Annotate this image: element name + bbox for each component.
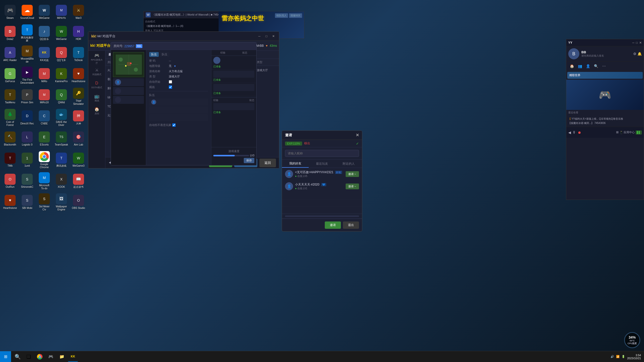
desktop-icon-coin-forest[interactable]: 🌲 Coin of Forest <box>2 108 18 128</box>
desktop-icon-google-chrome[interactable]: Google Chrome <box>36 150 52 170</box>
taskbar-explorer[interactable]: 📁 <box>57 352 67 362</box>
yy-nav-search[interactable]: 🔍 <box>592 63 599 70</box>
desktop-icon-geforce[interactable]: G GeForce <box>2 65 18 85</box>
invite-friend-1-btn[interactable]: 邀请→ <box>346 171 359 177</box>
yy-previous-icon[interactable]: ◀ <box>568 130 571 134</box>
tab-nearby-people[interactable]: 附近的人 <box>335 160 362 168</box>
friend-item-2[interactable]: 👤 小天天天天·#2020 💙 ● 在线 LV1 邀请→ <box>282 180 362 193</box>
wow-btn-2[interactable]: 国服转区 <box>289 13 302 18</box>
yy-bell-icon[interactable]: 🔔 <box>637 52 642 56</box>
modal-close-btn[interactable]: ✕ <box>356 133 359 138</box>
save-settings-button[interactable]: 保存 <box>244 158 254 163</box>
desktop-icon-kk[interactable]: KK KK对战 <box>36 44 52 64</box>
taskbar-taskview[interactable]: ❑ <box>24 352 34 362</box>
taskbar-kk[interactable]: KK <box>68 352 78 362</box>
level-toggle[interactable]: ▼ <box>174 65 176 68</box>
yy-app-center[interactable]: 📱 应用中心 <box>620 130 635 134</box>
wow-btn-1[interactable]: 组队找人 <box>275 13 288 18</box>
desktop-icon-thief[interactable]: 🔑 Thief Simulator <box>70 86 87 107</box>
kk-minimize-btn[interactable]: ─ <box>257 34 262 39</box>
desktop-icon-wegame[interactable]: W WeGame <box>36 2 52 22</box>
desktop-icon-wegame2[interactable]: W WeGame <box>53 23 69 43</box>
desktop-icon-outrun[interactable]: O OutRun <box>2 171 18 191</box>
desktop-icon-qqspeed[interactable]: Q QQ飞车 <box>53 44 69 64</box>
desktop-icon-tencent-games[interactable]: T 腾讯游戏 <box>53 150 69 170</box>
yy-nav-more[interactable]: ⋯ <box>600 63 608 70</box>
ghost-checkbox[interactable] <box>169 85 172 89</box>
tray-icon-3[interactable]: 🔋 <box>622 355 625 358</box>
desktop-icon-mihayo[interactable]: M MiHoYo <box>53 2 69 22</box>
exit-modal-button[interactable]: 退出 <box>343 221 359 229</box>
kk-restore-btn[interactable]: □ <box>264 34 269 39</box>
desktop-icon-hearthstone2[interactable]: ♥ Hearthstone <box>2 192 18 212</box>
desktop-icon-hearthstone[interactable]: ♥ Hearthstone <box>70 65 87 85</box>
desktop-icon-1unit[interactable]: 1 1unit <box>19 150 35 170</box>
sidebar-item-rpg[interactable]: 🎮 RPG游戏大厅 <box>91 53 103 65</box>
desktop-icon-kaminepro[interactable]: K KaminePro <box>53 65 69 85</box>
taskbar-chrome[interactable] <box>35 352 45 362</box>
yy-apps-icon[interactable]: ⊞ <box>616 130 619 134</box>
desktop-icon-civilization[interactable]: S Sid Meier Civ <box>36 192 52 212</box>
yy-nav-friends[interactable]: 👥 <box>576 63 583 70</box>
desktop-icon-logistic[interactable]: L Logistic 0 <box>19 129 35 149</box>
desktop-icon-pcmgr[interactable]: T 腾讯电脑管家 <box>19 23 35 43</box>
desktop-icon-hdr[interactable]: H HDR <box>70 23 87 43</box>
taskbar-search[interactable]: 🔍 <box>13 352 23 362</box>
desktop-icon-qwild[interactable]: Q QWild <box>53 86 69 107</box>
taskbar-steam[interactable]: 🎮 <box>46 352 56 362</box>
friend-item-1[interactable]: 👤 <无可匹敌>HAPPYVV#2321 好友 ● 在线 LV5 邀请→ <box>282 168 362 180</box>
team-tab-2[interactable]: 队伍 <box>160 52 169 57</box>
desktop-icon-mouse[interactable]: M Mouse&Blade <box>19 44 35 64</box>
tab-recent-friends[interactable]: 最近玩友 <box>309 160 335 168</box>
desktop-icon-first-descendant[interactable]: ▶ The First Descendant <box>19 65 35 85</box>
speed-bar[interactable] <box>213 155 249 156</box>
yy-nav-home[interactable]: 🏠 <box>568 63 575 70</box>
team-tab-1[interactable]: 队伍 <box>149 52 159 57</box>
desktop-icon-soundcloud[interactable]: ☁ SoundCloud <box>19 2 35 22</box>
yy-min-btn[interactable]: ─ <box>632 41 634 44</box>
desktop-icon-ms-todo[interactable]: M Microsoft To-do <box>36 171 52 191</box>
sidebar-item-dota[interactable]: D DOTA模式 <box>91 79 103 91</box>
tray-icon-1[interactable]: 🔊 <box>611 355 614 358</box>
sidebar-item-battle[interactable]: ⚔ 对战模式 <box>91 66 103 78</box>
sidebar-item-room[interactable]: 🏠 房间 <box>91 105 103 117</box>
sidebar-item-spectate[interactable]: 📺 观战 <box>91 92 103 104</box>
yy-close-btn[interactable]: ✕ <box>639 41 642 44</box>
desktop-icon-steam[interactable]: 🎮 Steam <box>2 2 18 22</box>
confirm-invite-button[interactable]: 邀请 <box>325 221 341 229</box>
desktop-icon-prison[interactable]: P Prison Sim <box>19 86 35 107</box>
desktop-icon-escorts[interactable]: E EScorts <box>36 129 52 149</box>
yy-mic-icon[interactable]: 🎙 <box>573 130 576 134</box>
autostart-checkbox[interactable] <box>169 80 172 83</box>
auto-decline-checkbox[interactable] <box>172 123 176 127</box>
desktop-icon-miro[interactable]: M MiRo <box>36 65 52 85</box>
back-button[interactable]: 返回 <box>259 159 276 167</box>
modal-search-input[interactable] <box>285 150 359 157</box>
desktop-icon-cnbe[interactable]: C CNBE <box>36 108 52 128</box>
yy-record-icon[interactable]: ⏺ <box>578 130 581 134</box>
desktop-icon-obs[interactable]: O OBS Studio <box>70 192 87 212</box>
tray-icon-2[interactable]: 📶 <box>616 355 620 358</box>
desktop-icon-dota2[interactable]: D Dota2 <box>2 23 18 43</box>
desktop-icon-arc[interactable]: A ARC Raider <box>2 44 18 64</box>
desktop-icon-wegame3[interactable]: W WeGame3 <box>70 150 87 170</box>
yy-signal-icon[interactable]: ▌▌ <box>636 130 642 134</box>
start-button[interactable]: ⊞ <box>0 351 11 362</box>
desktop-icon-directx[interactable]: D DirectX Rec <box>19 108 35 128</box>
desktop-icon-tasmenu[interactable]: T TasMenu <box>2 86 18 107</box>
desktop-icon-sbi[interactable]: S SBI Mobi <box>19 192 35 212</box>
desktop-icon-miro18[interactable]: M MiRo18 <box>36 86 52 107</box>
desktop-icon-todesk[interactable]: T ToDesk <box>70 44 87 64</box>
desktop-icon-qqmusic[interactable]: ♪ QQ音乐 <box>36 23 52 43</box>
desktop-icon-qidian[interactable]: 📖 起点读书 <box>70 171 87 191</box>
desktop-icon-xook[interactable]: X XOOK <box>53 171 69 191</box>
desktop-icon-shinonekc[interactable]: S ShinonekC <box>19 171 35 191</box>
yy-nav-users[interactable]: 👤 <box>584 63 591 70</box>
remove-btn[interactable]: 移出 <box>304 141 310 146</box>
kk-close-btn[interactable]: ✕ <box>271 34 276 39</box>
desktop-icon-aimlab[interactable]: 🎯 Aim Lab <box>70 129 87 149</box>
yy-settings-icon[interactable]: ⚙ <box>633 52 636 56</box>
desktop-icon-tmb[interactable]: T TMb <box>2 150 18 170</box>
desktop-icon-dashen[interactable]: 神 大神 <box>70 108 87 128</box>
desktop-icon-teamspeak[interactable]: TS TeamSpeak <box>53 129 69 149</box>
